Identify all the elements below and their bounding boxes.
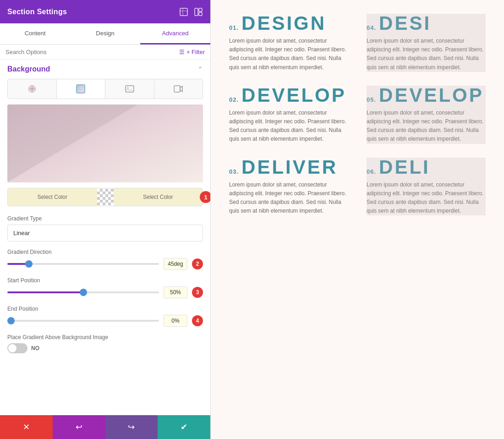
action-bar: ✕ ↩ ↪ ✔ <box>0 415 210 439</box>
design-text: Lorem ipsum dolor sit amet, consectetur … <box>229 109 348 144</box>
panel-title: Section Settings <box>7 8 67 16</box>
design-heading: 06.DELI <box>367 158 486 177</box>
start-position-slider[interactable] <box>7 291 159 293</box>
design-word: DESIGN <box>241 12 326 34</box>
start-position-group: Start Position 50% 3 <box>7 277 203 298</box>
toggle-switch[interactable] <box>7 343 27 353</box>
gradient-direction-label: Gradient Direction <box>7 249 203 255</box>
bg-type-color[interactable] <box>8 79 57 99</box>
design-number: 04. <box>367 24 376 31</box>
design-number: 06. <box>367 168 376 175</box>
left-panel: Section Settings Content Design Advanced… <box>0 0 211 439</box>
toggle-label: NO <box>31 345 39 351</box>
place-gradient-group: Place Gradient Above Background Image NO <box>7 334 203 353</box>
undo-icon: ↩ <box>76 422 82 432</box>
gradient-type-label: Gradient Type <box>7 215 203 222</box>
end-position-label: End Position <box>7 306 203 312</box>
design-number: 02. <box>229 96 239 103</box>
color-pickers-row: Select Color Select Color 1 <box>7 188 203 206</box>
tab-advanced[interactable]: Advanced <box>140 23 210 44</box>
design-item: 03.DELIVER Lorem ipsum dolor sit amet, c… <box>229 158 348 216</box>
background-title: Background <box>7 65 50 73</box>
design-heading: 01.DESIGN <box>229 14 348 33</box>
end-position-group: End Position 0% 4 <box>7 306 203 327</box>
cancel-button[interactable]: ✕ <box>0 415 53 439</box>
badge-2: 2 <box>192 258 203 269</box>
bg-type-video[interactable] <box>154 79 203 99</box>
redo-button[interactable]: ↪ <box>105 415 158 439</box>
design-word: DELIVER <box>241 156 338 178</box>
design-item: 06.DELI Lorem ipsum dolor sit amet, cons… <box>367 158 486 216</box>
resize-icon[interactable] <box>179 7 188 16</box>
save-button[interactable]: ✔ <box>158 415 210 439</box>
panel-header: Section Settings <box>0 0 210 23</box>
design-item: 04.DESI Lorem ipsum dolor sit amet, cons… <box>367 14 486 72</box>
design-number: 03. <box>229 168 239 175</box>
gradient-direction-group: Gradient Direction 45deg 2 <box>7 249 203 270</box>
gradient-type-select[interactable]: Linear Radial <box>7 225 203 241</box>
filter-icon: ☰ <box>179 49 185 55</box>
layout-icon[interactable] <box>194 7 203 16</box>
design-number: 01. <box>229 24 239 31</box>
filter-button[interactable]: ☰ + Filter <box>179 49 205 55</box>
gradient-direction-slider[interactable] <box>7 263 159 265</box>
design-text: Lorem ipsum dolor sit amet, consectetur … <box>229 181 348 216</box>
search-input[interactable] <box>5 49 179 55</box>
start-position-value: 50% <box>164 286 187 298</box>
design-item: 05.DEVELOP Lorem ipsum dolor sit amet, c… <box>367 86 486 144</box>
badge-4: 4 <box>192 315 203 326</box>
header-icons <box>179 7 203 16</box>
undo-button[interactable]: ↩ <box>53 415 105 439</box>
toggle-row: NO <box>7 343 203 353</box>
bg-type-gradient[interactable] <box>57 79 106 99</box>
start-position-label: Start Position <box>7 277 203 284</box>
svg-rect-3 <box>199 12 202 16</box>
color-picker-1[interactable]: Select Color <box>8 188 97 206</box>
design-item: 01.DESIGN Lorem ipsum dolor sit amet, co… <box>229 14 348 72</box>
svg-rect-2 <box>199 8 202 11</box>
design-word: DESI <box>379 12 431 34</box>
design-heading: 05.DEVELOP <box>367 86 486 105</box>
badge-1: 1 <box>200 191 210 203</box>
color-picker-2[interactable]: Select Color <box>114 188 203 206</box>
search-bar: ☰ + Filter <box>0 45 210 60</box>
design-word: DEVELOP <box>379 84 484 106</box>
design-text: Lorem ipsum dolor sit amet, consectetur … <box>367 181 486 216</box>
section-collapse-icon[interactable]: ⌃ <box>197 66 203 73</box>
tabs-row: Content Design Advanced <box>0 23 210 45</box>
design-word: DEVELOP <box>241 84 346 106</box>
badge-3: 3 <box>192 287 203 298</box>
save-icon: ✔ <box>181 422 187 432</box>
color-swatch[interactable] <box>97 189 114 205</box>
design-number: 05. <box>367 96 376 103</box>
bg-type-row <box>7 79 203 99</box>
end-position-slider[interactable] <box>7 320 159 322</box>
toggle-knob <box>8 344 16 352</box>
gradient-direction-value: 45deg <box>164 258 187 270</box>
svg-rect-1 <box>195 8 198 16</box>
right-panel: 01.DESIGN Lorem ipsum dolor sit amet, co… <box>211 0 504 439</box>
end-position-value: 0% <box>164 315 187 327</box>
design-text: Lorem ipsum dolor sit amet, consectetur … <box>229 37 348 72</box>
tab-design[interactable]: Design <box>70 23 140 44</box>
svg-rect-0 <box>180 8 187 16</box>
design-heading: 02.DEVELOP <box>229 86 348 105</box>
gradient-direction-slider-row: 45deg 2 <box>7 258 203 270</box>
svg-rect-5 <box>77 85 85 93</box>
redo-icon: ↪ <box>128 422 135 432</box>
design-word: DELI <box>379 156 430 178</box>
design-item: 02.DEVELOP Lorem ipsum dolor sit amet, c… <box>229 86 348 144</box>
end-position-slider-row: 0% 4 <box>7 315 203 327</box>
start-position-slider-row: 50% 3 <box>7 286 203 298</box>
bg-type-image[interactable] <box>105 79 154 99</box>
place-gradient-label: Place Gradient Above Background Image <box>7 334 203 340</box>
tab-content[interactable]: Content <box>0 23 70 44</box>
gradient-type-group: Gradient Type Linear Radial <box>7 215 203 241</box>
design-text: Lorem ipsum dolor sit amet, consectetur … <box>367 109 486 144</box>
design-heading: 04.DESI <box>367 14 486 33</box>
gradient-preview <box>7 104 203 182</box>
design-heading: 03.DELIVER <box>229 158 348 177</box>
cancel-icon: ✕ <box>23 422 30 432</box>
design-text: Lorem ipsum dolor sit amet, consectetur … <box>367 37 486 72</box>
panel-body: Background ⌃ <box>0 60 210 415</box>
